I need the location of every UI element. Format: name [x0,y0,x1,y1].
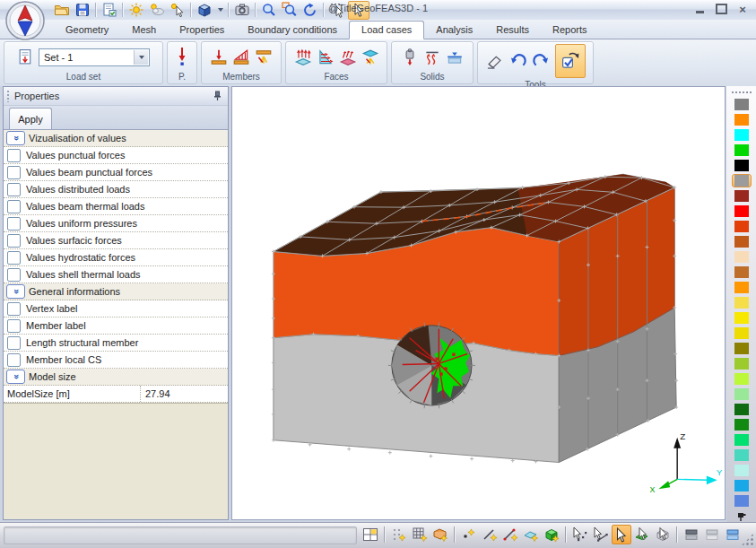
select-solid-button[interactable] [653,525,673,544]
checkbox[interactable] [7,268,21,282]
combobox-dropdown-icon[interactable] [134,50,148,65]
undo-button[interactable] [508,52,527,71]
mesh-display-button[interactable] [430,525,450,544]
display-render-button[interactable] [723,525,743,544]
collapse-chevron-icon[interactable]: » [6,370,25,384]
snap-grid-button[interactable] [410,525,430,544]
palette-color-21[interactable] [732,418,752,431]
palette-color-18[interactable] [732,372,752,386]
eraser-button[interactable] [485,52,504,71]
palette-color-4[interactable] [732,159,752,172]
screenshot-camera-button[interactable] [232,2,252,19]
apply-button[interactable]: Apply [9,108,52,129]
entity-point-button[interactable] [459,525,479,544]
palette-color-10[interactable] [732,250,752,264]
tab-analysis[interactable]: Analysis [424,22,484,39]
palette-color-9[interactable] [732,235,752,248]
checkbox[interactable] [7,336,21,350]
face-thermal-load-button[interactable] [361,48,379,66]
palette-color-25[interactable] [732,479,752,492]
zoom-button[interactable] [259,2,279,19]
select-member-button[interactable] [591,525,611,544]
palette-color-26[interactable] [732,494,752,508]
view-cube-button[interactable] [195,2,214,19]
tab-properties[interactable]: Properties [168,22,236,39]
solid-thermal-load-button[interactable] [423,48,441,66]
palette-color-6[interactable] [732,189,752,203]
tab-load-cases[interactable]: Load cases [349,21,424,39]
palette-color-8[interactable] [732,220,752,233]
display-back-button[interactable] [702,525,722,544]
palette-color-15[interactable] [732,326,752,340]
panel-drag-grip[interactable] [6,90,10,102]
entity-solid-button[interactable] [542,525,561,544]
palette-color-1[interactable] [732,113,752,126]
minimize-button[interactable] [693,3,706,15]
checkbox[interactable] [7,149,21,162]
tab-reports[interactable]: Reports [541,22,599,39]
palette-color-13[interactable] [732,296,752,309]
resize-grip[interactable] [741,533,754,546]
member-point-load-button[interactable] [210,48,228,66]
tab-mesh[interactable]: Mesh [120,22,168,39]
maximize-button[interactable] [715,3,727,15]
face-triangular-load-button[interactable] [317,48,335,66]
palette-color-20[interactable] [732,403,752,416]
checkbox[interactable] [7,319,21,333]
palette-edit-icon[interactable] [736,511,747,522]
export-options-button[interactable] [100,2,119,19]
palette-color-5-selected[interactable] [732,174,752,187]
palette-color-12[interactable] [732,281,752,294]
palette-grip[interactable] [731,91,752,94]
tab-geometry[interactable]: Geometry [54,22,120,39]
palette-color-19[interactable] [732,387,752,401]
solid-gravity-load-button[interactable] [401,48,419,66]
checkbox[interactable] [7,183,21,196]
entity-line-button[interactable] [480,525,500,544]
palette-color-7[interactable] [732,204,752,218]
palette-color-0[interactable] [732,98,752,111]
open-file-button[interactable] [52,2,72,19]
zoom-window-button[interactable] [280,2,300,19]
viewport-layout-button[interactable] [361,525,380,544]
pin-icon[interactable] [210,89,224,103]
entity-polyline-button[interactable] [500,525,520,544]
palette-color-14[interactable] [732,311,752,325]
render-sun-button[interactable] [126,2,146,19]
checkbox[interactable] [7,166,21,179]
palette-color-11[interactable] [732,265,752,279]
member-thermal-load-button[interactable] [255,48,273,66]
save-file-button[interactable] [73,2,92,19]
selection-mode-toggle-button[interactable] [555,44,586,78]
palette-color-17[interactable] [732,357,752,370]
palette-color-24[interactable] [732,464,752,477]
render-pointer-button[interactable] [168,2,187,19]
palette-color-3[interactable] [732,144,752,157]
application-menu-orb[interactable] [5,1,45,40]
select-pointer-button[interactable] [612,525,631,544]
close-button[interactable]: × [736,3,749,15]
load-set-combobox[interactable]: Set - 1 [39,48,150,66]
entity-face-button[interactable] [521,525,541,544]
select-vertex-button[interactable] [570,525,590,544]
rotate-view-button[interactable] [300,2,320,19]
checkbox[interactable] [7,353,21,367]
palette-color-23[interactable] [732,448,752,462]
render-clouds-button[interactable] [147,2,167,19]
display-front-button[interactable] [682,525,701,544]
punctual-load-button[interactable] [173,46,191,69]
viewport-3d[interactable]: Z Y X [231,86,726,520]
redo-button[interactable] [532,52,551,71]
collapse-chevron-icon[interactable]: » [6,284,25,299]
member-distributed-load-button[interactable] [232,48,250,66]
checkbox[interactable] [7,302,21,316]
collapse-chevron-icon[interactable]: » [6,131,25,145]
load-set-document-icon[interactable] [17,48,34,65]
palette-color-22[interactable] [732,433,752,447]
palette-color-16[interactable] [732,342,752,355]
checkbox[interactable] [7,200,21,213]
model-size-value[interactable]: 27.94 [140,386,228,402]
solid-water-level-button[interactable] [446,48,464,66]
checkbox[interactable] [7,217,21,231]
select-face-button[interactable] [632,525,652,544]
